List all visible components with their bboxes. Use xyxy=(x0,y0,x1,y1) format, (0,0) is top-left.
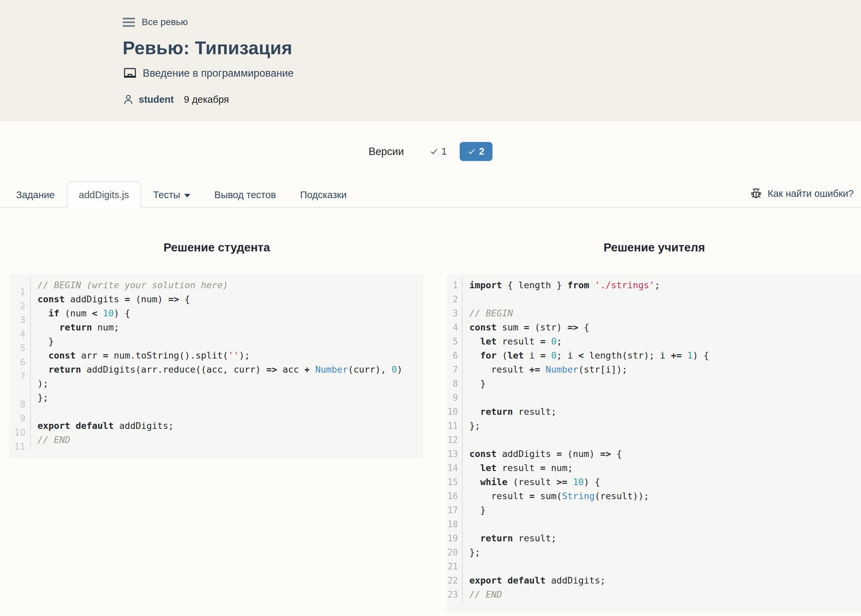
code-line-content: result = sum(String(result)); xyxy=(463,489,649,503)
version-number: 2 xyxy=(479,147,485,156)
line-number: 17 xyxy=(447,503,463,517)
check-icon xyxy=(430,148,438,156)
code-line: 11}; xyxy=(447,419,861,433)
line-number: 7 xyxy=(447,363,463,377)
chevron-down-icon xyxy=(184,194,190,198)
code-line: 2const addDigits = (num) => { xyxy=(10,292,423,306)
code-line: 19 return result; xyxy=(447,531,861,545)
tab-label: addDigits.js xyxy=(79,190,129,201)
code-line-content: }; xyxy=(463,419,480,433)
code-line-content xyxy=(463,559,475,574)
code-line: 17 } xyxy=(447,503,861,517)
code-line-content xyxy=(463,391,475,405)
student-solution-title: Решение студента xyxy=(10,240,423,255)
line-number: 1 xyxy=(10,278,31,292)
code-line-content: let result = num; xyxy=(463,461,573,475)
author-name: student xyxy=(139,94,174,105)
line-number: 3 xyxy=(447,306,463,321)
breadcrumb[interactable]: Все ревью xyxy=(123,17,738,27)
tab-tests-output[interactable]: Вывод тестов xyxy=(202,181,288,208)
code-line: 7 result += Number(str[i]); xyxy=(447,363,861,377)
tab-tests[interactable]: Тесты xyxy=(141,181,202,208)
code-line: 7 return addDigits(arr.reduce((acc, curr… xyxy=(10,363,423,377)
code-line: 8 } xyxy=(447,377,861,391)
line-number: 6 xyxy=(447,349,463,363)
tab-label: Задание xyxy=(16,190,55,201)
course-link[interactable]: Введение в программирование xyxy=(143,67,294,79)
code-line-content: import { length } from './strings'; xyxy=(463,278,660,292)
versions-label: Версии xyxy=(368,146,404,158)
line-number: 18 xyxy=(447,517,463,531)
code-line: 10 return result; xyxy=(447,405,861,419)
code-line: ); xyxy=(10,377,423,391)
code-line-content: const addDigits = (num) => { xyxy=(31,292,190,306)
code-line-content: } xyxy=(31,335,54,349)
user-icon xyxy=(123,94,134,105)
code-line-content: const addDigits = (num) => { xyxy=(463,447,622,461)
line-number: 5 xyxy=(447,335,463,349)
code-line: 9 xyxy=(10,405,423,419)
tab-hints[interactable]: Подсказки xyxy=(288,181,359,208)
page-header: Все ревью Ревью: Типизация Введение в пр… xyxy=(0,0,861,121)
code-line: 9 xyxy=(447,391,861,405)
code-line: 20}; xyxy=(447,545,861,559)
line-number: 11 xyxy=(447,419,463,433)
bug-icon xyxy=(750,187,762,200)
review-date: 9 декабря xyxy=(184,94,229,105)
versions-row: Версии 12 xyxy=(0,142,861,161)
page-title: Ревью: Типизация xyxy=(123,38,738,58)
version-button-2[interactable]: 2 xyxy=(460,142,493,161)
code-line: 4 return num; xyxy=(10,321,423,335)
hamburger-menu-icon[interactable] xyxy=(123,18,135,27)
code-line-content: export default addDigits; xyxy=(463,574,605,588)
teacher-solution-panel: Решение учителя 1import { length } from … xyxy=(447,240,861,613)
code-line: 6 for (let i = 0; i < length(str); i += … xyxy=(447,349,861,363)
code-line: 21 xyxy=(447,559,861,574)
line-number: 14 xyxy=(447,461,463,475)
check-icon xyxy=(467,148,476,156)
code-line-content: export default addDigits; xyxy=(31,419,173,433)
code-line: 1import { length } from './strings'; xyxy=(447,278,861,292)
teacher-solution-title: Решение учителя xyxy=(447,240,861,255)
teacher-code-view: 1import { length } from './strings';2 3/… xyxy=(447,274,861,613)
code-line-content: if (num < 10) { xyxy=(31,306,130,321)
code-line-content: for (let i = 0; i < length(str); i += 1)… xyxy=(463,349,709,363)
code-line: 3 if (num < 10) { xyxy=(10,306,423,321)
code-line-content: const arr = num.toString().split(''); xyxy=(31,349,250,363)
code-line-content xyxy=(31,405,43,419)
line-number: 16 xyxy=(447,489,463,503)
line-number: 2 xyxy=(447,292,463,306)
line-number: 9 xyxy=(447,391,463,405)
code-line: 23// END xyxy=(447,588,861,602)
how-to-find-errors-link[interactable]: Как найти ошибки? xyxy=(750,180,854,207)
line-number: 19 xyxy=(447,531,463,545)
code-line: 10export default addDigits; xyxy=(10,419,423,433)
code-line-content: // BEGIN (write your solution here) xyxy=(31,278,228,292)
main-content: Версии 12 ЗаданиеaddDigits.jsТестыВывод … xyxy=(0,142,861,613)
tab-task[interactable]: Задание xyxy=(4,181,67,208)
version-button-1[interactable]: 1 xyxy=(422,142,455,161)
code-line: 22export default addDigits; xyxy=(447,574,861,588)
tab-label: Тесты xyxy=(153,190,180,201)
code-line: 5 let result = 0; xyxy=(447,335,861,349)
code-line-content: // END xyxy=(31,433,70,447)
line-number: 12 xyxy=(447,433,463,447)
code-line: 13const addDigits = (num) => { xyxy=(447,447,861,461)
code-line-content xyxy=(463,517,475,531)
line-number: 10 xyxy=(447,405,463,419)
code-line-content: return addDigits(arr.reduce((acc, curr) … xyxy=(31,363,402,377)
tab-file-adddigits[interactable]: addDigits.js xyxy=(67,181,141,208)
line-number: 8 xyxy=(447,377,463,391)
code-line: 15 while (result >= 10) { xyxy=(447,475,861,489)
code-line-content: return result; xyxy=(463,531,556,545)
code-line-content: while (result >= 10) { xyxy=(463,475,600,489)
code-line-content: // BEGIN xyxy=(463,306,513,321)
code-line-content xyxy=(463,433,475,447)
line-number: 15 xyxy=(447,475,463,489)
code-line-content: }; xyxy=(31,391,49,405)
student-code-editor[interactable]: 1// BEGIN (write your solution here)2con… xyxy=(10,274,423,458)
code-line-content: // END xyxy=(463,588,502,602)
all-reviews-link[interactable]: Все ревью xyxy=(142,17,188,27)
line-number: 23 xyxy=(447,588,463,602)
code-line-content: } xyxy=(463,377,486,391)
